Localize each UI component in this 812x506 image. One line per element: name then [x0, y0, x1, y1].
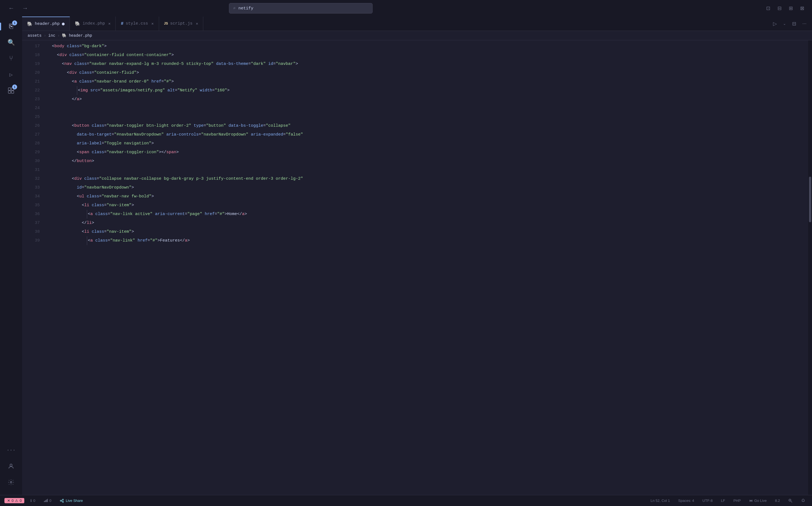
- language-label: PHP: [733, 499, 741, 503]
- run-dropdown-button[interactable]: ⌄: [781, 20, 788, 27]
- tab-index-php[interactable]: 🐘 index.php ✕: [70, 16, 116, 31]
- code-line-25: [47, 113, 808, 121]
- info-count: 0: [33, 499, 35, 503]
- status-encoding[interactable]: UTF-8: [700, 498, 715, 504]
- status-go-live[interactable]: Go Live: [747, 498, 769, 504]
- code-line-27: data-bs-target="#navbarNavDropdown" aria…: [47, 130, 808, 139]
- warning-count: 0: [20, 499, 21, 503]
- info-icon: ℹ: [30, 499, 32, 503]
- code-line-35: <li class="nav-item">: [47, 201, 808, 210]
- tab-label-script-js: script.js: [170, 21, 193, 26]
- status-signal[interactable]: 0: [42, 498, 54, 504]
- activity-bottom: ···: [4, 443, 18, 492]
- code-line-22: <img src="assets/images/netify.png" alt=…: [47, 86, 808, 95]
- sidebar-item-run-debug[interactable]: ▷: [4, 67, 18, 82]
- tab-close-css[interactable]: ✕: [151, 21, 154, 26]
- search-icon: ⌕: [233, 5, 236, 11]
- search-bar[interactable]: ⌕: [229, 3, 373, 13]
- code-editor: 17 18 19 20 21 22 23 24 25 26 27 28 29 3…: [22, 40, 812, 495]
- breadcrumb-php-icon: 🐘: [62, 33, 67, 38]
- sidebar-item-explorer[interactable]: ⎘ 1: [4, 19, 18, 34]
- tab-style-css[interactable]: # style.css ✕: [116, 16, 159, 31]
- code-line-17: <body class="bg-dark">: [47, 42, 808, 51]
- source-control-icon: ⑂: [9, 55, 13, 62]
- status-spaces[interactable]: Spaces: 4: [676, 498, 696, 504]
- sidebar-item-more[interactable]: ···: [4, 443, 18, 457]
- sidebar-item-extensions[interactable]: 1: [4, 83, 18, 98]
- code-line-19: <nav class="navbar navbar-expand-lg m-3 …: [47, 60, 808, 69]
- status-version[interactable]: 8.2: [773, 498, 782, 504]
- breadcrumb-header-php[interactable]: header.php: [69, 33, 92, 38]
- code-line-32: <div class="collapse navbar-collapse bg-…: [47, 174, 808, 183]
- svg-rect-2: [8, 91, 11, 93]
- run-button[interactable]: ▷: [771, 20, 779, 28]
- code-line-21: <a class="navbar-brand order-0" href="#"…: [47, 77, 808, 86]
- sidebar-item-account[interactable]: [4, 459, 18, 474]
- svg-point-6: [62, 499, 64, 500]
- sidebar-item-search[interactable]: 🔍: [4, 35, 18, 50]
- breadcrumb-assets[interactable]: assets: [27, 33, 42, 38]
- js-icon: JS: [164, 22, 168, 26]
- breadcrumb-sep-2: ›: [58, 33, 60, 38]
- code-line-31: [47, 166, 808, 174]
- more-actions-button[interactable]: ···: [801, 20, 808, 27]
- version-label: 8.2: [775, 499, 780, 503]
- live-share-button[interactable]: Live Share: [58, 498, 85, 504]
- broadcast-icon: [749, 499, 753, 503]
- svg-rect-3: [11, 91, 14, 93]
- error-button[interactable]: ✕ 0 ⚠ 0: [4, 498, 24, 503]
- tab-label-style-css: style.css: [126, 21, 148, 26]
- forward-button[interactable]: →: [19, 3, 31, 13]
- sidebar-item-source-control[interactable]: ⑂: [4, 51, 18, 66]
- status-zoom[interactable]: [786, 498, 795, 504]
- layout-sidebar-right-button[interactable]: ⊞: [787, 4, 795, 13]
- main-layout: ⎘ 1 🔍 ⑂ ▷ 1 ···: [0, 16, 812, 495]
- layout-panel-button[interactable]: ⊟: [775, 4, 784, 13]
- sidebar-item-settings[interactable]: [4, 475, 18, 490]
- search-input[interactable]: [238, 6, 368, 11]
- tabs-bar: 🐘 header.php 🐘 index.php ✕ # style.css ✕…: [22, 16, 812, 31]
- more-icon: ···: [7, 447, 15, 453]
- svg-point-8: [62, 501, 64, 502]
- code-line-28: aria-label="Toggle navigation">: [47, 139, 808, 148]
- breadcrumb-inc[interactable]: inc: [48, 33, 55, 38]
- nav-buttons: ← →: [5, 3, 31, 13]
- code-line-20: <div class="container-fluid">: [47, 69, 808, 77]
- line-numbers: 17 18 19 20 21 22 23 24 25 26 27 28 29 3…: [22, 40, 44, 495]
- tab-header-php[interactable]: 🐘 header.php: [22, 16, 70, 31]
- encoding-label: UTF-8: [703, 499, 713, 503]
- signal-count: 0: [50, 499, 51, 503]
- status-bar: ✕ 0 ⚠ 0 ℹ 0 0 Live Share Ln 52, Col 1: [0, 495, 812, 506]
- layout-custom-button[interactable]: ⊠: [798, 4, 807, 13]
- code-line-38: <li class="nav-item">: [47, 228, 808, 236]
- status-info[interactable]: ℹ 0: [28, 498, 37, 504]
- run-debug-icon: ▷: [9, 71, 13, 78]
- svg-line-9: [61, 500, 62, 501]
- tab-close-js[interactable]: ✕: [196, 21, 198, 26]
- layout-sidebar-left-button[interactable]: ⊡: [764, 4, 772, 13]
- status-cursor[interactable]: Ln 52, Col 1: [648, 498, 672, 504]
- tab-close-index[interactable]: ✕: [108, 21, 110, 26]
- status-language[interactable]: PHP: [731, 498, 743, 504]
- code-content[interactable]: <body class="bg-dark"> <div class="conta…: [44, 40, 808, 495]
- css-icon: #: [121, 21, 124, 26]
- tab-script-js[interactable]: JS script.js ✕: [159, 16, 204, 31]
- account-icon: [8, 463, 14, 470]
- scrollbar-thumb[interactable]: [809, 177, 811, 222]
- php-icon-1: 🐘: [27, 21, 32, 27]
- cursor-position: Ln 52, Col 1: [650, 499, 670, 503]
- tabs-bar-right: ▷ ⌄ ⊟ ···: [767, 16, 812, 31]
- svg-point-5: [10, 482, 12, 483]
- editor-scrollbar[interactable]: [808, 40, 812, 495]
- split-editor-button[interactable]: ⊟: [791, 20, 798, 28]
- status-notifications[interactable]: [799, 498, 808, 504]
- code-line-30: </button>: [47, 157, 808, 166]
- php-icon-2: 🐘: [75, 21, 80, 26]
- svg-rect-0: [8, 88, 11, 90]
- code-line-37: </li>: [47, 219, 808, 228]
- status-line-ending[interactable]: LF: [719, 498, 727, 504]
- go-live-label: Go Live: [754, 499, 767, 503]
- svg-line-13: [791, 501, 792, 502]
- live-share-icon: [60, 499, 64, 503]
- back-button[interactable]: ←: [5, 3, 17, 13]
